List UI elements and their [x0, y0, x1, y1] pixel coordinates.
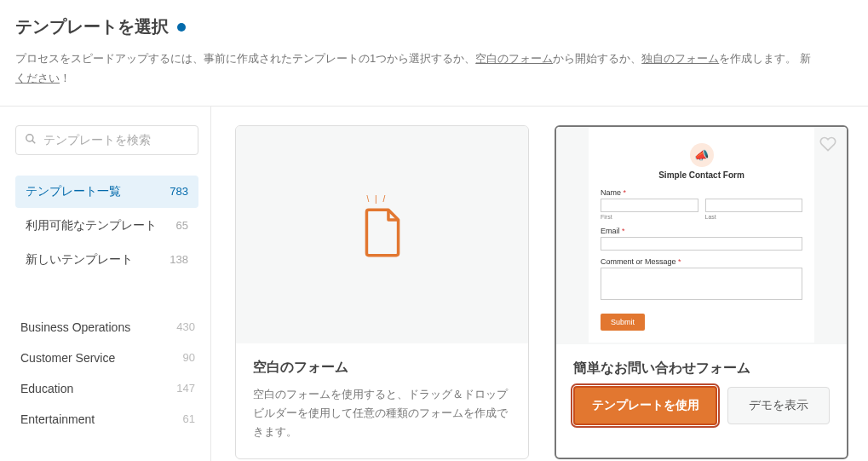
nav-item-count: 138	[170, 253, 188, 266]
search-icon	[25, 133, 37, 147]
card-preview: 📣 Simple Contact Form Name * First Last …	[556, 127, 847, 344]
blank-form-link[interactable]: 空白のフォーム	[475, 52, 553, 65]
preview-submit: Submit	[601, 314, 645, 331]
category-customer-service[interactable]: Customer Service 90	[15, 343, 198, 373]
template-card-blank[interactable]: \ | / 空白のフォーム 空白のフォームを使用すると、ドラッグ＆ドロップビルダ…	[235, 125, 529, 459]
card-title: 空白のフォーム	[253, 359, 511, 377]
card-description: 空白のフォームを使用すると、ドラッグ＆ドロップビルダーを使用して任意の種類のフォ…	[253, 385, 511, 441]
nav-item-count: 783	[170, 185, 188, 198]
card-preview: \ | /	[236, 126, 528, 343]
category-label: Customer Service	[20, 351, 115, 365]
category-count: 61	[183, 412, 195, 425]
use-template-button[interactable]: テンプレートを使用	[573, 386, 717, 425]
preview-title: Simple Contact Form	[601, 170, 802, 180]
heart-icon[interactable]	[819, 135, 836, 157]
megaphone-icon: 📣	[690, 143, 714, 167]
nav-available-templates[interactable]: 利用可能なテンプレート 65	[15, 210, 198, 242]
sidebar: テンプレート一覧 783 利用可能なテンプレート 65 新しいテンプレート 13…	[0, 107, 211, 461]
card-title: 簡単なお問い合わせフォーム	[573, 360, 830, 377]
page-title: テンプレートを選択	[15, 15, 169, 38]
page-subtitle: プロセスをスピードアップするには、事前に作成されたテンプレートの1つから選択する…	[15, 49, 853, 89]
header: テンプレートを選択 プロセスをスピードアップするには、事前に作成されたテンプレー…	[0, 0, 868, 107]
nav-item-count: 65	[176, 219, 188, 232]
nav-all-templates[interactable]: テンプレート一覧 783	[15, 176, 198, 208]
category-count: 90	[183, 351, 195, 364]
category-label: Entertainment	[20, 412, 95, 426]
search-input[interactable]	[43, 133, 193, 147]
category-education[interactable]: Education 147	[15, 373, 198, 404]
nav-item-label: 新しいテンプレート	[26, 252, 133, 268]
category-count: 147	[176, 382, 195, 395]
search-wrap[interactable]	[15, 125, 198, 155]
view-demo-button[interactable]: デモを表示	[727, 387, 830, 424]
form-preview: 📣 Simple Contact Form Name * First Last …	[589, 128, 814, 343]
svg-point-0	[26, 135, 33, 141]
category-business-operations[interactable]: Business Operations 430	[15, 312, 198, 343]
category-label: Business Operations	[20, 320, 130, 334]
custom-form-link[interactable]: 独自のフォーム	[641, 52, 719, 65]
svg-line-1	[32, 141, 36, 144]
nav-item-label: テンプレート一覧	[26, 184, 121, 199]
category-entertainment[interactable]: Entertainment 61	[15, 404, 198, 435]
content: \ | / 空白のフォーム 空白のフォームを使用すると、ドラッグ＆ドロップビルダ…	[211, 107, 868, 461]
status-dot-icon	[177, 23, 186, 32]
blank-file-icon: \ | /	[362, 208, 403, 261]
category-label: Education	[20, 382, 73, 395]
help-link[interactable]: ください	[15, 72, 60, 84]
nav-item-label: 利用可能なテンプレート	[26, 218, 157, 233]
category-count: 430	[176, 320, 195, 333]
nav-new-templates[interactable]: 新しいテンプレート 138	[15, 244, 198, 276]
template-card-contact[interactable]: 📣 Simple Contact Form Name * First Last …	[555, 125, 848, 459]
